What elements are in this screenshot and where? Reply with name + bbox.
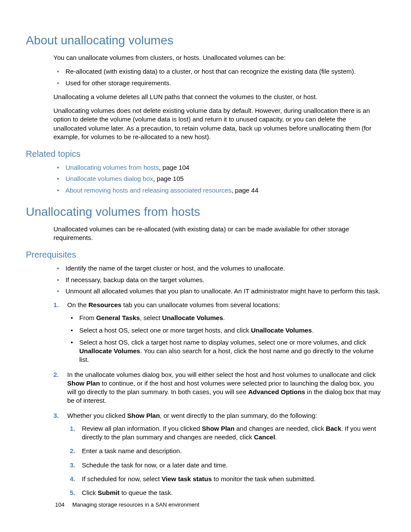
sub-post: .	[275, 433, 277, 441]
list-item: Identify the name of the target cluster …	[53, 264, 381, 273]
link-suffix: , page 105	[153, 175, 184, 182]
step2-b1: Show Plan	[67, 380, 100, 387]
unalloc-intro: Unallocated volumes can be re-allocated …	[53, 225, 381, 243]
step3-pre: Whether you clicked	[67, 412, 127, 419]
step-3: Whether you clicked Show Plan, or went d…	[53, 411, 381, 498]
page-footer: 104Managing storage resources in a SAN e…	[55, 501, 199, 508]
list-item: If necessary, backup data on the target …	[53, 276, 381, 284]
related-list: Unallocating volumes from hosts, page 10…	[53, 163, 381, 195]
about-p2: Unallocating volumes does not delete exi…	[53, 106, 381, 141]
step2-b2: Advanced Options	[248, 388, 305, 395]
sub-b1: Show Plan	[202, 425, 234, 432]
step2-pre: In the unallocate volumes dialog box, yo…	[67, 371, 376, 378]
list-item: About removing hosts and releasing assoc…	[53, 186, 381, 195]
sub-b1: Unallocate Volumes	[251, 327, 312, 334]
list-item: Select a host OS, click a target host na…	[67, 338, 381, 364]
list-item: From General Tasks, select Unallocate Vo…	[67, 314, 381, 322]
footer-chapter: Managing storage resources in a SAN envi…	[72, 501, 199, 508]
list-item: Used for other storage requirements.	[53, 79, 381, 87]
sub-b1: Unallocate Volumes	[79, 347, 140, 355]
sub-b2: Unallocate Volumes	[162, 314, 223, 321]
sub-pre: From	[79, 314, 96, 321]
sub-b1: Submit	[98, 489, 120, 496]
list-item: Select a host OS, select one or more tar…	[67, 326, 381, 335]
sub-pre: Review all plan information. If you clic…	[82, 425, 202, 432]
sub-post: .	[223, 314, 225, 321]
heading-related-topics: Related topics	[26, 149, 385, 159]
sub-pre: If scheduled for now, select	[82, 475, 162, 482]
link-unallocating-from-hosts[interactable]: Unallocating volumes from hosts	[65, 164, 159, 171]
list-item: Unmount all allocated volumes that you p…	[53, 287, 381, 296]
unalloc-body: Unallocated volumes can be re-allocated …	[53, 225, 381, 243]
sub-pre: Select a host OS, click a target host na…	[79, 339, 366, 346]
about-body: You can unallocate volumes from clusters…	[53, 53, 381, 141]
step3-post: , or went directly to the plan summary, …	[160, 412, 317, 419]
substep-2: Enter a task name and description.	[67, 447, 381, 455]
step3-b1: Show Plan	[127, 412, 160, 419]
step1-b1: Resources	[88, 301, 121, 308]
sub-b3: Cancel	[254, 433, 275, 441]
heading-prerequisites: Prerequisites	[26, 250, 385, 260]
link-suffix: , page 104	[159, 164, 190, 171]
document-page: About unallocating volumes You can unall…	[0, 0, 411, 532]
sub-b1: View task status	[162, 475, 212, 482]
sub-post: to queue the task.	[120, 489, 173, 496]
substep-5: Click Submit to queue the task.	[67, 488, 381, 497]
link-suffix: , page 44	[231, 187, 258, 194]
sub-mid: and changes are needed, click	[234, 425, 326, 432]
prereq-body: Identify the name of the target cluster …	[53, 264, 381, 497]
sub-pre: Click	[82, 489, 98, 496]
step1-post: tab you can unallocate volumes from seve…	[121, 301, 280, 308]
sub-b1: General Tasks	[96, 314, 140, 321]
step3-sublist: Review all plan information. If you clic…	[67, 424, 381, 498]
step1-pre: On the	[67, 301, 88, 308]
step1-sublist: From General Tasks, select Unallocate Vo…	[67, 314, 381, 364]
about-intro: You can unallocate volumes from clusters…	[53, 53, 381, 62]
heading-about-unallocating: About unallocating volumes	[26, 34, 385, 47]
heading-unallocating-from-hosts: Unallocating volumes from hosts	[26, 205, 385, 219]
substep-3: Schedule the task for now, or a later da…	[67, 461, 381, 470]
page-number: 104	[55, 501, 65, 508]
step-2: In the unallocate volumes dialog box, yo…	[53, 370, 381, 405]
sub-mid: , select	[140, 314, 162, 321]
related-body: Unallocating volumes from hosts, page 10…	[53, 163, 381, 195]
sub-b2: Back	[326, 425, 341, 432]
sub-post: to monitor the task when submitted.	[212, 475, 316, 482]
about-p1: Unallocating a volume deletes all LUN pa…	[53, 93, 381, 101]
sub-post: .	[312, 327, 314, 334]
prereq-bullet-list: Identify the name of the target cluster …	[53, 264, 381, 296]
substep-4: If scheduled for now, select View task s…	[67, 475, 381, 483]
sub-pre: Select a host OS, select one or more tar…	[79, 327, 251, 334]
list-item: Unallocate volumes dialog box, page 105	[53, 174, 381, 183]
about-bullet-list: Re-allocated (with existing data) to a c…	[53, 67, 381, 87]
list-item: Unallocating volumes from hosts, page 10…	[53, 163, 381, 172]
link-removing-hosts[interactable]: About removing hosts and releasing assoc…	[65, 187, 231, 194]
prereq-steps: On the Resources tab you can unallocate …	[53, 301, 381, 497]
substep-1: Review all plan information. If you clic…	[67, 424, 381, 442]
list-item: Re-allocated (with existing data) to a c…	[53, 67, 381, 76]
link-unallocate-dialog[interactable]: Unallocate volumes dialog box	[65, 175, 153, 182]
step-1: On the Resources tab you can unallocate …	[53, 301, 381, 364]
